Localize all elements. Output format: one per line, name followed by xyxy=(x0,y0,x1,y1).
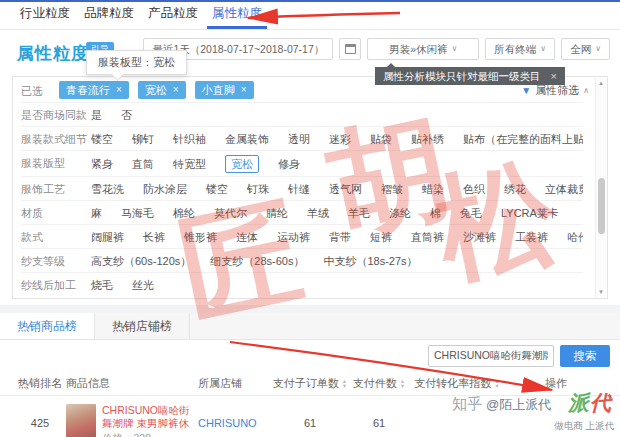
filter-option[interactable]: 金属装饰 xyxy=(225,131,269,147)
hover-tooltip: 服装板型：宽松 xyxy=(86,50,187,75)
filter-option[interactable]: 绣花 xyxy=(504,181,526,197)
filter-option[interactable]: 沙滩裤 xyxy=(463,229,496,245)
terminal-select[interactable]: 所有终端 ∨ xyxy=(485,38,555,60)
filter-option[interactable]: 哈伦裤 xyxy=(567,229,583,245)
filter-option[interactable]: 紧身 xyxy=(91,156,113,172)
ranking-tab-1[interactable]: 热销店铺榜 xyxy=(95,313,190,339)
selected-tag[interactable]: 青春流行× xyxy=(59,81,129,99)
filter-option[interactable]: 直筒裤 xyxy=(411,229,444,245)
filter-option[interactable]: 铆钉 xyxy=(132,131,154,147)
filter-option[interactable]: 长裤 xyxy=(143,229,165,245)
filter-option[interactable]: 钉珠 xyxy=(247,181,269,197)
remove-tag-icon[interactable]: × xyxy=(173,81,179,99)
filter-option[interactable]: 麻 xyxy=(91,205,102,221)
filter-option[interactable]: LYCRA莱卡 xyxy=(501,205,559,221)
filter-option[interactable]: 透气网 xyxy=(329,181,362,197)
close-icon[interactable]: × xyxy=(551,67,557,85)
selected-label: 已选 xyxy=(21,81,59,99)
filter-option[interactable]: 丝光 xyxy=(132,277,154,293)
filter-option[interactable]: 修身 xyxy=(278,156,300,172)
filter-option[interactable]: 腈纶 xyxy=(266,205,288,221)
section-divider xyxy=(0,305,620,313)
filter-option[interactable]: 高支纱（60s-120s） xyxy=(91,253,191,269)
filter-option[interactable]: 迷彩 xyxy=(329,131,351,147)
product-title-link[interactable]: CHRISUNO嘻哈街舞潮牌 束男脚裤休闲裤长裤夏宽松嘻哈款运动裤 xyxy=(102,404,198,430)
filter-option[interactable]: 运动裤 xyxy=(277,229,310,245)
filter-option[interactable]: 否 xyxy=(121,107,132,123)
filter-option[interactable]: 宽松 xyxy=(225,155,259,173)
filter-option[interactable]: 棉纶 xyxy=(173,205,195,221)
filter-option[interactable]: 兔毛 xyxy=(460,205,482,221)
filter-row: 服装款式细节镂空铆钉针织袖金属装饰透明迷彩贴袋贴补绣贴布（在完整的面料上贴）更多 xyxy=(21,127,583,151)
filter-option[interactable]: 工装裤 xyxy=(515,229,548,245)
filter-option[interactable]: 贴补绣 xyxy=(411,131,444,147)
column-header-3[interactable]: 支付子订单数▲▼ xyxy=(270,376,350,391)
product-text: CHRISUNO嘻哈街舞潮牌 束男脚裤休闲裤长裤夏宽松嘻哈款运动裤 价格：328 xyxy=(102,404,198,437)
filter-collapse-toggle[interactable]: ▼ 属性筛选 ∧ xyxy=(521,83,589,98)
filter-option[interactable]: 烧毛 xyxy=(91,277,113,293)
top-tab-3[interactable]: 属性粒度 xyxy=(209,5,265,29)
filter-option[interactable]: 背带 xyxy=(329,229,351,245)
column-header-4[interactable]: 支付件数▲▼ xyxy=(350,376,408,391)
filter-option[interactable]: 色织 xyxy=(463,181,485,197)
remove-tag-icon[interactable]: × xyxy=(116,81,122,99)
search-input[interactable] xyxy=(428,345,554,367)
filter-option[interactable]: 羊毛 xyxy=(348,205,370,221)
filter-options: 紧身直筒特宽型宽松修身 xyxy=(91,155,583,173)
search-button[interactable]: 搜索 xyxy=(560,345,610,367)
sort-icon[interactable]: ▲▼ xyxy=(494,379,499,388)
filter-option[interactable]: 立体裁剪 xyxy=(545,181,583,197)
ranking-tab-0[interactable]: 热销商品榜 xyxy=(0,313,95,339)
shop-link[interactable]: CHRISUNO xyxy=(198,417,257,429)
top-tab-1[interactable]: 品牌粒度 xyxy=(81,5,137,29)
filter-option[interactable]: 雪花洗 xyxy=(91,181,124,197)
filter-option[interactable]: 镂空 xyxy=(206,181,228,197)
filter-option[interactable]: 细支纱（28s-60s） xyxy=(210,253,304,269)
filter-option[interactable]: 羊绒 xyxy=(307,205,329,221)
scope-select-value: 全网 xyxy=(570,39,591,59)
scroll-down-icon[interactable]: ▼ xyxy=(596,287,606,297)
filter-option[interactable]: 针缝 xyxy=(288,181,310,197)
filter-option[interactable]: 蜡染 xyxy=(422,181,444,197)
filter-option[interactable]: 莫代尔 xyxy=(214,205,247,221)
selected-tag[interactable]: 宽松× xyxy=(138,81,186,99)
funnel-icon: ▼ xyxy=(521,85,531,96)
filter-option[interactable]: 短裤 xyxy=(370,229,392,245)
tag-label: 宽松 xyxy=(145,81,167,99)
top-tab-2[interactable]: 产品粒度 xyxy=(145,5,201,29)
scrollbar-thumb[interactable] xyxy=(598,178,605,234)
scrollbar[interactable]: ▲ ▼ xyxy=(595,78,606,297)
filter-option[interactable]: 贴布（在完整的面料上贴） xyxy=(463,131,583,147)
filter-option[interactable]: 透明 xyxy=(288,131,310,147)
filter-option[interactable]: 是 xyxy=(91,107,102,123)
filter-option[interactable]: 镂空 xyxy=(91,131,113,147)
table-row[interactable]: 425 CHRISUNO嘻哈街舞潮牌 束男脚裤休闲裤长裤夏宽松嘻哈款运动裤 价格… xyxy=(0,396,620,437)
filter-option[interactable]: 涤纶 xyxy=(389,205,411,221)
filter-option[interactable]: 中支纱（18s-27s） xyxy=(323,253,417,269)
filter-option[interactable]: 直筒 xyxy=(132,156,154,172)
remove-tag-icon[interactable]: × xyxy=(241,81,247,99)
filter-label: 纱线后加工 xyxy=(21,277,91,293)
product-price: 价格：328 xyxy=(102,432,198,437)
selected-tag[interactable]: 小直脚× xyxy=(195,81,254,99)
scroll-up-icon[interactable]: ▲ xyxy=(596,78,606,88)
filter-option[interactable]: 阔腿裤 xyxy=(91,229,124,245)
filter-option[interactable]: 锥形裤 xyxy=(184,229,217,245)
chevron-down-icon: ∨ xyxy=(595,39,601,59)
top-tab-0[interactable]: 行业粒度 xyxy=(17,5,73,29)
category-select[interactable]: 男装»休闲裤 ∨ xyxy=(367,38,479,60)
filter-option[interactable]: 特宽型 xyxy=(173,156,206,172)
column-header-5[interactable]: 支付转化率指数▲▼ xyxy=(408,376,506,391)
product-image[interactable] xyxy=(66,404,96,437)
filter-option[interactable]: 连体 xyxy=(236,229,258,245)
sort-icon[interactable]: ▲▼ xyxy=(342,379,347,388)
filter-option[interactable]: 针织袖 xyxy=(173,131,206,147)
calendar-button[interactable] xyxy=(339,38,361,60)
filter-option[interactable]: 马海毛 xyxy=(121,205,154,221)
sort-icon[interactable]: ▲▼ xyxy=(400,379,405,388)
scope-select[interactable]: 全网 ∨ xyxy=(561,38,610,60)
filter-option[interactable]: 棉 xyxy=(430,205,441,221)
filter-option[interactable]: 贴袋 xyxy=(370,131,392,147)
filter-option[interactable]: 防水涂层 xyxy=(143,181,187,197)
filter-option[interactable]: 褶皱 xyxy=(381,181,403,197)
